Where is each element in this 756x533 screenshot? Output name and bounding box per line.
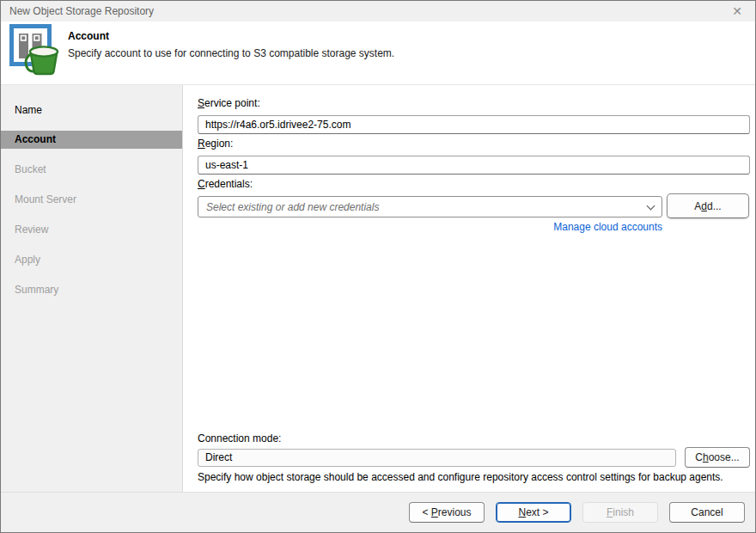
sidebar-item-bucket[interactable]: Bucket	[1, 161, 182, 179]
wizard-steps-sidebar: Name Account Bucket Mount Server Review …	[1, 85, 183, 492]
titlebar: New Object Storage Repository ✕	[1, 1, 755, 21]
connection-mode-value: Direct	[198, 449, 676, 467]
chevron-down-icon	[647, 201, 655, 210]
cancel-button[interactable]: Cancel	[669, 502, 745, 523]
sidebar-item-apply[interactable]: Apply	[1, 251, 182, 269]
manage-cloud-accounts-link[interactable]: Manage cloud accounts	[198, 221, 662, 233]
wizard-body: Name Account Bucket Mount Server Review …	[1, 85, 755, 492]
credentials-dropdown[interactable]: Select existing or add new credentials	[198, 196, 662, 217]
new-object-storage-repository-dialog: New Object Storage Repository ✕ Account …	[0, 0, 756, 533]
region-label: Region:	[198, 138, 233, 150]
next-button[interactable]: Next >	[496, 502, 571, 523]
step-content: Service point: Region: Credentials: Sele…	[183, 85, 755, 492]
sidebar-item-review[interactable]: Review	[1, 221, 182, 239]
sidebar-item-mount-server[interactable]: Mount Server	[1, 191, 182, 209]
wizard-header: Account Specify account to use for conne…	[1, 21, 755, 85]
object-storage-repository-icon	[8, 23, 64, 78]
connection-mode-note: Specify how object storage should be acc…	[198, 471, 723, 483]
connection-mode-label: Connection mode:	[198, 432, 281, 444]
region-input[interactable]	[198, 156, 750, 175]
sidebar-item-name[interactable]: Name	[1, 101, 182, 119]
finish-button[interactable]: Finish	[582, 502, 658, 523]
step-subtitle: Specify account to use for connecting to…	[68, 47, 394, 59]
window-title: New Object Storage Repository	[9, 5, 724, 17]
previous-button[interactable]: < Previous	[409, 502, 485, 523]
credentials-placeholder: Select existing or add new credentials	[206, 201, 648, 213]
service-point-label: Service point:	[198, 97, 260, 109]
service-point-input[interactable]	[198, 115, 750, 134]
choose-connection-mode-button[interactable]: Choose...	[685, 447, 750, 468]
sidebar-item-summary[interactable]: Summary	[1, 281, 182, 299]
sidebar-item-account[interactable]: Account	[1, 131, 182, 149]
close-icon[interactable]: ✕	[724, 2, 750, 21]
add-credentials-button[interactable]: Add...	[667, 193, 749, 218]
credentials-label: Credentials:	[198, 178, 253, 190]
wizard-footer: < Previous Next > Finish Cancel	[1, 492, 755, 532]
step-title: Account	[68, 30, 109, 42]
